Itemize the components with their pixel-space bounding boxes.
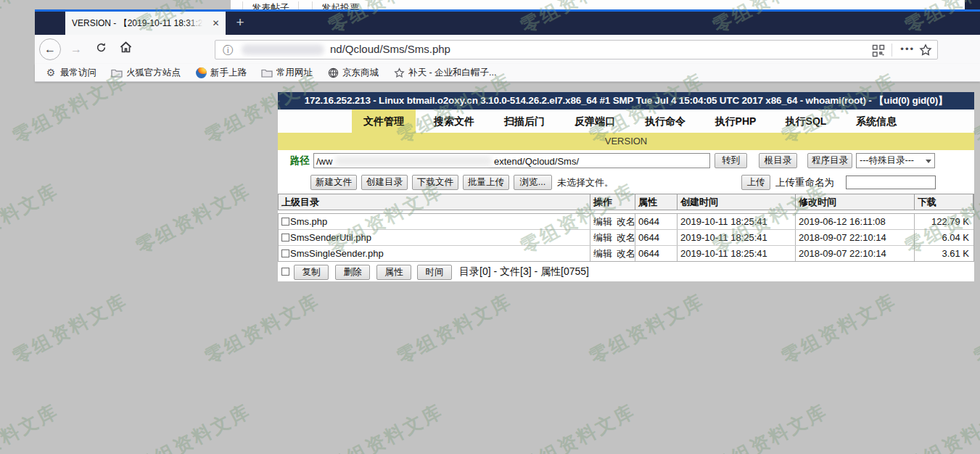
bookmark-butian[interactable]: 补天 - 企业和白帽子... [393,67,497,79]
special-dir-select[interactable]: ---特殊目录--- [856,153,935,168]
col-download: 下载 [915,194,973,210]
upload-rename-label: 上传重命名为 [775,172,834,194]
file-perm[interactable]: 0644 [635,246,678,261]
path-row: 路径 /ww extend/Qcloud/Sms/ 转到 根目录 程序目录 --… [278,150,974,172]
edit-link[interactable]: 编辑 [593,232,612,243]
file-name: Sms.php [290,216,327,227]
url-bar[interactable]: ⓘ nd/Qcloud/Sms/Sms.php ••• [215,40,938,59]
file-modified[interactable]: 2018-09-07 22:10:14 [796,230,915,245]
edit-link[interactable]: 编辑 [593,216,612,227]
upload-rename-input[interactable] [846,176,936,189]
background-tab: 发起投票 [312,1,368,9]
dir-summary-text: 目录[0] - 文件[3] - 属性[0755] [459,262,589,281]
shell-tab-bar: 文件管理 搜索文件 扫描后门 反弹端口 执行命令 执行PHP 执行SQL 系统信… [278,110,974,133]
bookmark-common-sites[interactable]: 常用网址 [261,67,313,79]
file-modified[interactable]: 2019-06-12 16:11:08 [796,214,915,229]
path-label: 路径 [290,150,310,172]
tab-search-files[interactable]: 搜索文件 [422,110,486,133]
file-modified[interactable]: 2018-09-07 22:10:14 [796,246,915,261]
upload-button[interactable]: 上传 [741,175,770,190]
bookmark-star-icon[interactable] [919,44,932,59]
new-tab-button[interactable]: + [231,15,250,32]
watermark-text: 零组资料文库 [393,288,516,370]
tab-exec-command[interactable]: 执行命令 [633,110,697,133]
path-input[interactable]: /ww extend/Qcloud/Sms/ [313,153,710,168]
goto-button[interactable]: 转到 [715,153,747,168]
watermark-text: 零组资料文库 [132,178,255,260]
qr-code-icon[interactable] [872,44,885,60]
background-window-corner [965,0,980,9]
path-value-suffix: extend/Qcloud/Sms/ [494,154,579,168]
delete-button[interactable]: 删除 [335,265,370,280]
watermark-text: 零组资料文库 [201,288,324,370]
version-banner: VERSION [278,133,974,150]
file-checkbox[interactable] [281,218,289,226]
file-table: Sms.php 编辑改名 0644 2019-10-11 18:25:41 20… [278,213,974,262]
file-name: SmsSingleSender.php [290,248,384,259]
file-created: 2019-10-11 18:25:41 [678,214,796,229]
firefox-icon [195,67,207,78]
browse-button[interactable]: 浏览... [514,175,552,190]
attr-button[interactable]: 属性 [376,265,411,280]
special-dir-selected-value: ---特殊目录--- [860,155,914,165]
file-checkbox[interactable] [281,249,289,257]
file-perm[interactable]: 0644 [635,230,678,245]
bookmark-jd[interactable]: 京东商城 [327,67,379,79]
select-all-checkbox[interactable] [281,268,289,276]
file-created: 2019-10-11 18:25:41 [678,246,796,261]
bookmark-most-visited[interactable]: ⚙ 最常访问 [45,67,96,79]
info-icon[interactable]: ⓘ [223,44,233,57]
home-icon[interactable] [116,41,135,58]
tab-file-manager[interactable]: 文件管理 [352,110,416,133]
webshell-panel: 172.16.252.213 - Linux btmail.o2oxy.cn 3… [278,92,974,281]
urlbar-separator [892,44,892,57]
file-size-download[interactable]: 122.79 K [915,214,973,229]
reload-icon[interactable] [91,41,110,58]
browser-tab-bar: VERSION - 【2019-10-11 18:31:2 ✕ + [35,12,980,35]
parent-dir-link[interactable]: 上级目录 [279,194,590,210]
no-file-selected-text: 未选择文件。 [557,172,614,194]
file-created: 2019-10-11 18:25:41 [678,230,796,245]
col-created: 创建时间 [678,194,796,210]
download-file-button[interactable]: 下载文件 [412,175,458,190]
globe-icon [327,67,339,78]
url-redacted-blur [242,44,324,55]
tab-system-info[interactable]: 系统信息 [844,110,908,133]
watermark-text: 零组资料文库 [901,398,980,454]
watermark-text: 零组资料文库 [516,398,640,454]
batch-upload-button[interactable]: 批量上传 [463,175,509,190]
copy-button[interactable]: 复制 [294,265,329,280]
browser-tab[interactable]: VERSION - 【2019-10-11 18:31:2 ✕ [65,12,226,35]
tab-exec-php[interactable]: 执行PHP [704,110,767,133]
watermark-text: 零组资料文库 [9,288,132,370]
page-actions-icon[interactable]: ••• [900,44,915,54]
star-icon [393,67,405,78]
rename-link[interactable]: 改名 [617,248,635,259]
chevron-down-icon [926,160,931,163]
file-size-download[interactable]: 3.61 K [915,246,973,261]
close-tab-icon[interactable]: ✕ [210,17,222,30]
tab-exec-sql[interactable]: 执行SQL [774,110,838,133]
new-file-button[interactable]: 新建文件 [310,175,357,190]
file-size-download[interactable]: 6.04 K [915,230,973,245]
time-button[interactable]: 时间 [417,265,452,280]
file-perm[interactable]: 0644 [635,214,678,229]
tab-scan-backdoor[interactable]: 扫描后门 [493,110,556,133]
browser-nav-toolbar: ← → ⓘ nd/Qcloud/Sms/Sms.php ••• [35,35,980,64]
bookmark-firefox-official[interactable]: 火狐官方站点 [111,67,181,79]
rename-link[interactable]: 改名 [617,232,635,243]
tab-reverse-port[interactable]: 反弹端口 [563,110,627,133]
file-checkbox[interactable] [281,234,289,242]
root-dir-button[interactable]: 根目录 [759,153,797,168]
system-info-header: 172.16.252.213 - Linux btmail.o2oxy.cn 3… [278,92,974,110]
url-text: nd/Qcloud/Sms/Sms.php [330,43,450,55]
new-dir-button[interactable]: 创建目录 [361,175,408,190]
folder-icon [261,67,273,78]
rename-link[interactable]: 改名 [617,216,635,227]
watermark-text: 零组资料文库 [0,398,63,454]
back-button[interactable]: ← [39,38,61,60]
edit-link[interactable]: 编辑 [593,248,612,259]
forward-button[interactable]: → [67,41,86,58]
program-dir-button[interactable]: 程序目录 [807,153,852,168]
bookmark-getting-started[interactable]: 新手上路 [195,67,247,79]
